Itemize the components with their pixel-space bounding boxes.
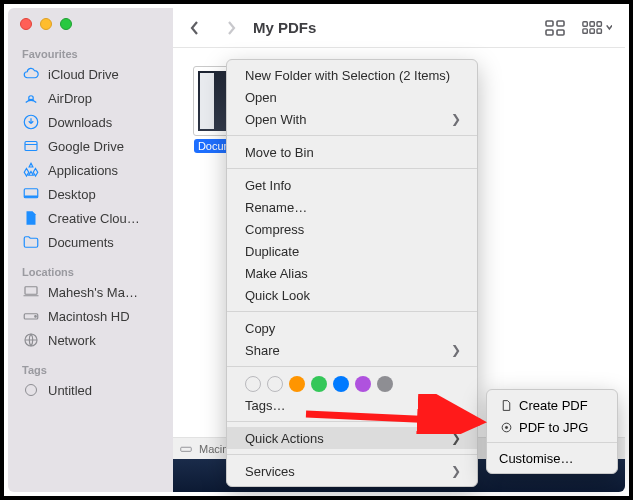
tag-color-purple[interactable] (355, 376, 371, 392)
tag-color-green[interactable] (311, 376, 327, 392)
menu-divider (487, 442, 617, 443)
close-window-button[interactable] (20, 18, 32, 30)
svg-rect-13 (583, 21, 587, 25)
sidebar-item-creative-cloud[interactable]: Creative Clou… (8, 206, 173, 230)
workflow-icon (499, 420, 513, 434)
sidebar-item-label: iCloud Drive (48, 67, 119, 82)
minimize-window-button[interactable] (40, 18, 52, 30)
download-icon (22, 113, 40, 131)
sidebar-item-tag-untitled[interactable]: Untitled (8, 378, 173, 402)
menu-item-rename[interactable]: Rename… (227, 196, 477, 218)
sidebar-item-google-drive[interactable]: Google Drive (8, 134, 173, 158)
svg-rect-17 (590, 28, 594, 32)
menu-item-services[interactable]: Services❯ (227, 460, 477, 482)
context-menu: New Folder with Selection (2 Items) Open… (226, 59, 478, 487)
sidebar-item-icloud-drive[interactable]: iCloud Drive (8, 62, 173, 86)
svg-rect-5 (25, 287, 37, 295)
desktop-icon (22, 185, 40, 203)
menu-item-new-folder-with-selection[interactable]: New Folder with Selection (2 Items) (227, 64, 477, 86)
cloud-icon (22, 65, 40, 83)
back-button[interactable] (181, 15, 209, 41)
sidebar-item-applications[interactable]: Applications (8, 158, 173, 182)
tag-color-orange[interactable] (289, 376, 305, 392)
svg-point-21 (505, 426, 507, 428)
svg-point-7 (35, 316, 37, 318)
sidebar-item-documents[interactable]: Documents (8, 230, 173, 254)
menu-item-compress[interactable]: Compress (227, 218, 477, 240)
tag-color-blue[interactable] (333, 376, 349, 392)
chevron-right-icon: ❯ (451, 112, 461, 126)
sidebar-item-label: Documents (48, 235, 114, 250)
sidebar-item-label: Untitled (48, 383, 92, 398)
sidebar-section-header: Favourites (8, 44, 173, 62)
svg-rect-10 (557, 21, 564, 26)
submenu-item-pdf-to-jpg[interactable]: PDF to JPG (487, 416, 617, 438)
box-icon (22, 137, 40, 155)
hard-drive-icon (179, 442, 193, 456)
tag-color-grey[interactable] (377, 376, 393, 392)
menu-item-open[interactable]: Open (227, 86, 477, 108)
forward-button[interactable] (217, 15, 245, 41)
globe-icon (22, 331, 40, 349)
document-icon (22, 209, 40, 227)
view-options-button[interactable] (577, 15, 617, 41)
sidebar-item-macintosh-hd[interactable]: Macintosh HD (8, 304, 173, 328)
tag-color-none[interactable] (245, 376, 261, 392)
sidebar-item-airdrop[interactable]: AirDrop (8, 86, 173, 110)
traffic-lights (8, 8, 173, 44)
zoom-window-button[interactable] (60, 18, 72, 30)
sidebar-item-label: Mahesh's Ma… (48, 285, 138, 300)
svg-rect-12 (557, 30, 564, 35)
tag-color-row (227, 372, 477, 394)
submenu-item-label: PDF to JPG (519, 420, 588, 435)
chevron-right-icon: ❯ (451, 343, 461, 357)
toolbar: My PDFs (173, 8, 625, 48)
sidebar-item-label: Desktop (48, 187, 96, 202)
quick-actions-submenu: Create PDF PDF to JPG Customise… (486, 389, 618, 474)
menu-item-get-info[interactable]: Get Info (227, 174, 477, 196)
menu-item-quick-look[interactable]: Quick Look (227, 284, 477, 306)
tag-color-none[interactable] (267, 376, 283, 392)
menu-item-duplicate[interactable]: Duplicate (227, 240, 477, 262)
menu-divider (227, 366, 477, 367)
menu-item-make-alias[interactable]: Make Alias (227, 262, 477, 284)
menu-divider (227, 421, 477, 422)
sidebar-section-header: Tags (8, 360, 173, 378)
sidebar-item-desktop[interactable]: Desktop (8, 182, 173, 206)
menu-divider (227, 311, 477, 312)
svg-rect-16 (583, 28, 587, 32)
svg-rect-14 (590, 21, 594, 25)
submenu-item-label: Create PDF (519, 398, 588, 413)
submenu-item-create-pdf[interactable]: Create PDF (487, 394, 617, 416)
submenu-item-customise[interactable]: Customise… (487, 447, 617, 469)
svg-rect-15 (597, 21, 601, 25)
svg-rect-2 (25, 142, 37, 151)
menu-item-open-with[interactable]: Open With❯ (227, 108, 477, 130)
svg-rect-4 (24, 196, 38, 198)
chevron-right-icon: ❯ (451, 431, 461, 445)
document-icon (499, 398, 513, 412)
tag-circle-icon (22, 381, 40, 399)
svg-rect-18 (597, 28, 601, 32)
sidebar-item-downloads[interactable]: Downloads (8, 110, 173, 134)
sidebar-item-label: Macintosh HD (48, 309, 130, 324)
applications-icon (22, 161, 40, 179)
laptop-icon (22, 283, 40, 301)
menu-item-copy[interactable]: Copy (227, 317, 477, 339)
window-title: My PDFs (253, 19, 316, 36)
sidebar-item-label: AirDrop (48, 91, 92, 106)
view-icon-grid-button[interactable] (541, 15, 569, 41)
hard-drive-icon (22, 307, 40, 325)
menu-divider (227, 135, 477, 136)
sidebar-item-this-mac[interactable]: Mahesh's Ma… (8, 280, 173, 304)
menu-item-share[interactable]: Share❯ (227, 339, 477, 361)
svg-rect-19 (181, 447, 192, 451)
sidebar-section-header: Locations (8, 262, 173, 280)
sidebar-item-label: Creative Clou… (48, 211, 140, 226)
menu-item-move-to-bin[interactable]: Move to Bin (227, 141, 477, 163)
airdrop-icon (22, 89, 40, 107)
folder-icon (22, 233, 40, 251)
menu-item-tags[interactable]: Tags… (227, 394, 477, 416)
sidebar-item-network[interactable]: Network (8, 328, 173, 352)
menu-item-quick-actions[interactable]: Quick Actions❯ (227, 427, 477, 449)
